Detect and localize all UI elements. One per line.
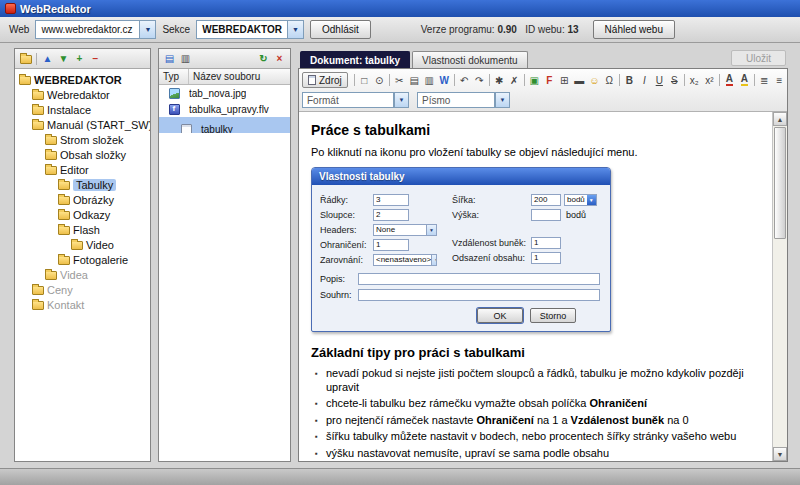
separator[interactable] <box>684 74 685 86</box>
redo-icon[interactable]: ↷ <box>472 72 487 88</box>
new-folder-icon[interactable] <box>18 51 33 67</box>
separator[interactable] <box>36 53 37 65</box>
separator[interactable] <box>354 74 355 86</box>
paste-word-icon[interactable]: W <box>437 72 452 88</box>
bg-color-icon[interactable]: A <box>737 72 752 88</box>
tab-document-properties[interactable]: Vlastnosti dokumentu <box>412 51 528 68</box>
web-select[interactable]: www.webredaktor.cz ▼ <box>35 20 156 39</box>
preview-web-button[interactable]: Náhled webu <box>593 20 675 39</box>
separator[interactable] <box>754 74 755 86</box>
column-header-typ[interactable]: Typ <box>159 69 189 84</box>
refresh-icon[interactable]: ↻ <box>256 51 271 67</box>
scroll-down-icon[interactable]: ▼ <box>773 447 787 461</box>
separator[interactable] <box>489 74 490 86</box>
chevron-down-icon[interactable]: ▼ <box>431 254 437 266</box>
separator[interactable] <box>719 74 720 86</box>
font-select[interactable]: Písmo ▼ <box>417 92 510 108</box>
scrollbar-track[interactable] <box>773 126 787 447</box>
dialog-field-input[interactable]: 1 ▼ <box>373 239 409 251</box>
file-row-tab-nova[interactable]: tab_nova.jpg <box>159 85 290 101</box>
delete-folder-icon[interactable]: − <box>88 51 103 67</box>
format-select[interactable]: Formát ▼ <box>302 92 409 108</box>
undo-icon[interactable]: ↶ <box>457 72 472 88</box>
find-icon[interactable]: ✱ <box>492 72 507 88</box>
tree-item-tabulky[interactable]: Tabulky <box>15 177 150 192</box>
tree-item-obrazky[interactable]: Obrázky <box>15 192 150 207</box>
italic-icon[interactable]: I <box>637 72 652 88</box>
scroll-up-icon[interactable]: ▲ <box>773 112 787 126</box>
copy-file-icon[interactable]: ▤ <box>162 51 177 67</box>
column-header-nazev-souboru[interactable]: Název souboru <box>189 69 290 84</box>
cut-icon[interactable]: ✂ <box>392 72 407 88</box>
new-page-icon[interactable]: □ <box>357 72 372 88</box>
numbered-list-icon[interactable]: ≣ <box>757 72 772 88</box>
dialog-field-input[interactable] <box>358 289 600 301</box>
paste-file-icon[interactable]: ▥ <box>178 51 193 67</box>
smiley-icon[interactable]: ☺ <box>587 72 602 88</box>
bold-icon[interactable]: B <box>622 72 637 88</box>
remove-format-icon[interactable]: ✗ <box>507 72 522 88</box>
source-button[interactable]: Zdroj <box>302 72 348 88</box>
tree-item-odkazy[interactable]: Odkazy <box>15 207 150 222</box>
subscript-icon[interactable]: x₂ <box>687 72 702 88</box>
insert-flash-icon[interactable]: F <box>542 72 557 88</box>
separator[interactable] <box>454 74 455 86</box>
dialog-field-input[interactable] <box>358 273 600 285</box>
copy-icon[interactable]: ▤ <box>407 72 422 88</box>
underline-icon[interactable]: U <box>652 72 667 88</box>
dialog-field-input[interactable]: <nenastaveno> ▼ <box>373 254 437 266</box>
separator[interactable] <box>619 74 620 86</box>
chevron-down-icon[interactable]: ▼ <box>394 92 409 108</box>
toolbar-spacer[interactable] <box>194 51 255 67</box>
scrollbar-thumb[interactable] <box>774 127 786 239</box>
dialog-field-input[interactable] <box>531 209 561 221</box>
tree-item-editor[interactable]: Editor <box>15 162 150 177</box>
file-row-tabulky[interactable]: tabulky <box>159 117 290 133</box>
tree-item-obsah-slozky[interactable]: Obsah složky <box>15 147 150 162</box>
dialog-field-input[interactable]: 2 ▼ <box>373 209 409 221</box>
delete-file-icon[interactable]: × <box>272 51 287 67</box>
dialog-ok-button[interactable]: OK <box>477 308 523 323</box>
vertical-scrollbar[interactable]: ▲ ▼ <box>772 112 787 461</box>
section-select[interactable]: WEBREDAKTOR ▼ <box>196 20 304 39</box>
separator[interactable] <box>524 74 525 86</box>
chevron-down-icon[interactable]: ▼ <box>287 20 304 39</box>
tab-document[interactable]: Dokument: tabulky <box>300 51 410 68</box>
preview-icon[interactable]: ⊙ <box>372 72 387 88</box>
chevron-down-icon[interactable]: ▼ <box>426 224 436 236</box>
bullet-list-icon[interactable]: ≡ <box>772 72 784 88</box>
dialog-field-input[interactable]: None ▼ <box>373 224 437 236</box>
document-content[interactable]: Práce s tabulkami Po kliknutí na ikonu p… <box>299 112 772 461</box>
chevron-down-icon[interactable]: ▼ <box>495 92 510 108</box>
move-down-icon[interactable]: ▼ <box>56 51 71 67</box>
insert-image-icon[interactable]: ▣ <box>527 72 542 88</box>
insert-table-icon[interactable]: ⊞ <box>557 72 572 88</box>
logout-button[interactable]: Odhlásit <box>310 20 371 39</box>
dialog-field-input[interactable]: 3 ▼ <box>373 194 409 206</box>
strike-icon[interactable]: S <box>667 72 682 88</box>
chevron-down-icon[interactable]: ▼ <box>139 20 156 39</box>
special-char-icon[interactable]: Ω <box>602 72 617 88</box>
separator[interactable] <box>389 74 390 86</box>
tree-item-kontakt[interactable]: Kontakt <box>15 297 150 312</box>
tree-item-webredaktor-root[interactable]: WEBREDAKTOR <box>15 72 150 87</box>
horizontal-rule-icon[interactable]: ▬ <box>572 72 587 88</box>
add-folder-icon[interactable]: + <box>72 51 87 67</box>
file-row-tabulka-upravy[interactable]: tabulka_upravy.flv <box>159 101 290 117</box>
unit-select[interactable]: bodů ▼ <box>564 194 597 206</box>
dialog-field-input[interactable]: 1 <box>531 237 561 249</box>
dialog-field-input[interactable]: 1 <box>531 252 561 264</box>
tree-item-ceny[interactable]: Ceny <box>15 282 150 297</box>
dialog-cancel-button[interactable]: Storno <box>530 308 576 323</box>
save-button[interactable]: Uložit <box>731 50 786 66</box>
text-color-icon[interactable]: A <box>722 72 737 88</box>
spinner-icon[interactable]: ▼ <box>587 195 596 205</box>
tree-item-videa[interactable]: Videa <box>15 267 150 282</box>
dialog-field-input[interactable]: 200 <box>531 194 561 206</box>
tree-item-instalace[interactable]: Instalace <box>15 102 150 117</box>
tree-item-fotogalerie[interactable]: Fotogalerie <box>15 252 150 267</box>
tree-item-manual[interactable]: Manuál (START_SW) <box>15 117 150 132</box>
tree-item-webredaktor[interactable]: Webredaktor <box>15 87 150 102</box>
superscript-icon[interactable]: x² <box>702 72 717 88</box>
tree-item-flash[interactable]: Flash <box>15 222 150 237</box>
